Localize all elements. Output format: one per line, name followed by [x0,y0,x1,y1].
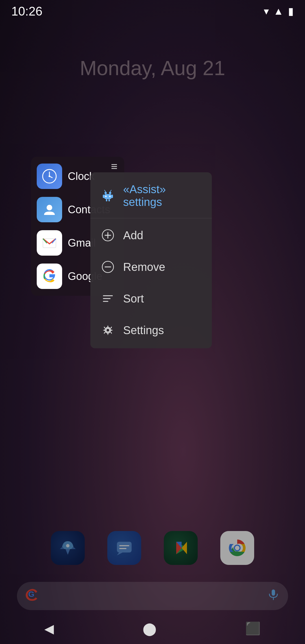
sort-lines-icon [101,291,115,306]
svg-rect-14 [106,199,107,201]
sort-item[interactable]: Sort [90,283,212,314]
svg-point-9 [104,192,107,194]
svg-point-30 [106,328,110,332]
settings-label: Settings [123,324,164,337]
svg-point-18 [105,196,107,197]
nav-bar: ◀ ⬤ ⬛ [0,613,305,644]
svg-point-19 [109,196,111,197]
signal-icon: ▲ [273,5,284,17]
android-icon [101,188,115,203]
status-bar: 10:26 ▾ ▲ ▮ [0,0,305,23]
context-menu: «Assist» settings Add Remove [90,172,212,348]
settings-item[interactable]: Settings [90,314,212,346]
svg-rect-12 [103,195,104,198]
battery-icon: ▮ [288,5,294,17]
svg-rect-11 [104,194,112,199]
remove-label: Remove [123,261,165,273]
plus-circle-icon [101,228,115,243]
menu-divider-1 [90,218,212,218]
recents-button[interactable]: ⬛ [245,621,261,636]
wifi-icon: ▾ [264,5,269,17]
back-button[interactable]: ◀ [44,621,54,636]
gear-icon [101,323,115,338]
panel-menu-icon[interactable]: ≡ [111,160,117,173]
svg-line-17 [110,190,111,192]
svg-rect-13 [112,195,113,198]
svg-point-3 [49,175,50,177]
assist-settings-item[interactable]: «Assist» settings [90,175,212,217]
svg-point-4 [47,205,52,210]
status-icons: ▾ ▲ ▮ [264,5,294,17]
google-app-icon [37,264,62,289]
add-label: Add [123,229,143,242]
clock-app-icon [37,164,62,189]
minus-circle-icon [101,260,115,274]
home-button[interactable]: ⬤ [143,621,156,636]
sort-label: Sort [123,292,144,305]
status-time: 10:26 [11,4,42,18]
gmail-app-icon [37,230,62,256]
add-item[interactable]: Add [90,219,212,251]
svg-point-10 [109,192,111,194]
assist-settings-label: «Assist» settings [123,183,202,208]
contacts-app-icon [37,197,62,222]
remove-item[interactable]: Remove [90,251,212,283]
svg-rect-15 [108,199,110,201]
svg-line-16 [104,190,106,192]
